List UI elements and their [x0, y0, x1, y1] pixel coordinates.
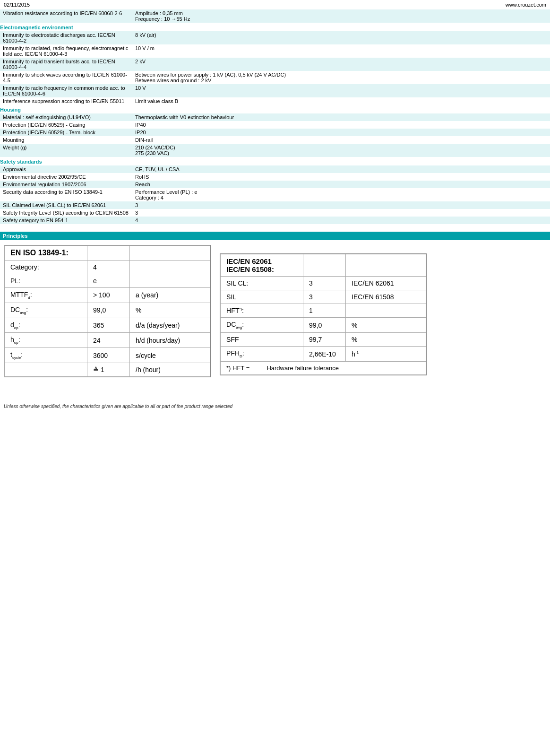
housing-value-5: 210 (24 VAC/DC)275 (230 VAC) [132, 144, 550, 157]
iec-footnote: *) HFT = Hardware failure tolerance [221, 361, 426, 374]
iso-row-6-unit: h/d (hours/day) [130, 333, 210, 348]
iso-table: EN ISO 13849-1: Category: 4 PL: e MTTFd:… [4, 245, 210, 377]
em-value-1: 8 kV (air) [132, 31, 550, 44]
safety-value-7: 4 [132, 217, 550, 224]
iec-row-1-value: 3 [303, 277, 346, 290]
safety-value-4: Performance Level (PL) : eCategory : 4 [132, 188, 550, 201]
iso-row-3-label: MTTFd: [5, 288, 87, 303]
vibration-value: Amplitude : 0,35 mmFrequency : 10 →55 Hz [132, 9, 550, 23]
iso-row-4-value: 99,0 [87, 303, 130, 318]
safety-label: Safety standards [0, 157, 550, 165]
iec-header-col2 [303, 254, 346, 277]
iso-header-col3 [130, 246, 210, 261]
safety-table: Approvals CE, TÜV, UL / CSA Environmenta… [0, 165, 550, 224]
em-value-4: Between wires for power supply : 1 kV (A… [132, 71, 550, 84]
iso-row-4-unit: % [130, 303, 210, 318]
housing-param-2: Protection (IEC/EN 60529) - Casing [0, 121, 132, 129]
iec-row-1-unit: IEC/EN 62061 [346, 277, 426, 290]
housing-param-4: Mounting [0, 136, 132, 144]
electromagnetic-label: Electromagnetic environment [0, 23, 550, 31]
iec-row-5-unit: % [346, 333, 426, 347]
iec-row-4-label: DCavg: [221, 318, 303, 333]
iec-row-6-unit: h-1 [346, 347, 426, 362]
safety-value-2: RoHS [132, 173, 550, 181]
iso-table-header: EN ISO 13849-1: [5, 246, 87, 261]
iso-row-1-value: 4 [87, 261, 130, 274]
housing-value-3: IP20 [132, 129, 550, 136]
housing-value-4: DIN-rail [132, 136, 550, 144]
iso-row-6-label: hop: [5, 333, 87, 348]
housing-param-1: Material : self-extinguishing (UL94VO) [0, 113, 132, 121]
em-value-6: Limit value class B [132, 97, 550, 105]
iec-header-col3 [346, 254, 426, 277]
electromagnetic-table: Immunity to electrostatic discharges acc… [0, 31, 550, 105]
safety-value-6: 3 [132, 209, 550, 217]
housing-value-1: Thermoplastic with V0 extinction behavio… [132, 113, 550, 121]
iso-row-3-value: > 100 [87, 288, 130, 303]
page-date: 02/11/2015 [4, 2, 30, 8]
safety-param-7: Safety category to EN 954-1 [0, 217, 132, 224]
safety-param-3: Environmental regulation 1907/2006 [0, 181, 132, 188]
em-param-5: Immunity to radio frequency in common mo… [0, 84, 132, 97]
iec-table: IEC/EN 62061IEC/EN 61508: SIL CL: 3 IEC/… [220, 254, 426, 375]
iec-row-2-unit: IEC/EN 61508 [346, 290, 426, 304]
em-param-1: Immunity to electrostatic discharges acc… [0, 31, 132, 44]
em-value-2: 10 V / m [132, 44, 550, 58]
iso-row-5-unit: d/a (days/year) [130, 318, 210, 333]
housing-label: Housing [0, 105, 550, 113]
iso-row-5-label: dop: [5, 318, 87, 333]
iso-row-1-label: Category: [5, 261, 87, 274]
iec-row-5-value: 99,7 [303, 333, 346, 347]
em-param-6: Interference suppression according to IE… [0, 97, 132, 105]
iso-header-col2 [87, 246, 130, 261]
safety-param-1: Approvals [0, 165, 132, 173]
iec-row-3-value: 1 [303, 304, 346, 318]
iso-row-2-unit [130, 274, 210, 288]
iso-row-7-label: tcycle: [5, 348, 87, 363]
iec-row-3-unit [346, 304, 426, 318]
safety-value-1: CE, TÜV, UL / CSA [132, 165, 550, 173]
housing-param-3: Protection (IEC/EN 60529) - Term. block [0, 129, 132, 136]
iso-row-5-value: 365 [87, 318, 130, 333]
iso-row-2-label: PL: [5, 274, 87, 288]
em-value-3: 2 kV [132, 58, 550, 71]
iso-row-2-value: e [87, 274, 130, 288]
iec-row-4-value: 99,0 [303, 318, 346, 333]
iso-row-3-unit: a (year) [130, 288, 210, 303]
iso-row-6-value: 24 [87, 333, 130, 348]
em-param-3: Immunity to rapid transient bursts acc. … [0, 58, 132, 71]
safety-value-5: 3 [132, 201, 550, 209]
safety-param-2: Environmental directive 2002/95/CE [0, 173, 132, 181]
iso-row-8-label [5, 363, 87, 376]
iec-row-6-label: PFHD: [221, 347, 303, 362]
iec-row-5-label: SFF [221, 333, 303, 347]
iec-row-2-value: 3 [303, 290, 346, 304]
iso-row-8-unit: /h (hour) [130, 363, 210, 376]
iso-row-4-label: DCavg: [5, 303, 87, 318]
iso-row-1-unit [130, 261, 210, 274]
safety-value-3: Reach [132, 181, 550, 188]
iso-row-7-unit: s/cycle [130, 348, 210, 363]
iso-row-7-value: 3600 [87, 348, 130, 363]
em-param-4: Immunity to shock waves according to IEC… [0, 71, 132, 84]
vibration-table: Vibration resistance according to IEC/EN… [0, 9, 550, 23]
page-website: www.crouzet.com [506, 2, 546, 8]
em-param-2: Immunity to radiated, radio-frequency, e… [0, 44, 132, 58]
principles-label: Principles [0, 232, 550, 240]
iec-row-1-label: SIL CL: [221, 277, 303, 290]
housing-param-5: Weight (g) [0, 144, 132, 157]
iec-table-header: IEC/EN 62061IEC/EN 61508: [221, 254, 303, 277]
footer-note: Unless otherwise specified, the characte… [0, 402, 550, 411]
iec-row-2-label: SIL [221, 290, 303, 304]
iso-row-8-value: ≙ 1 [87, 363, 130, 376]
safety-param-6: Safety Integrity Level (SIL) according t… [0, 209, 132, 217]
vibration-param: Vibration resistance according to IEC/EN… [0, 9, 132, 23]
safety-param-5: SIL Claimed Level (SIL CL) to IEC/EN 620… [0, 201, 132, 209]
safety-param-4: Security data according to EN ISO 13849-… [0, 188, 132, 201]
housing-value-2: IP40 [132, 121, 550, 129]
iec-row-4-unit: % [346, 318, 426, 333]
em-value-5: 10 V [132, 84, 550, 97]
housing-table: Material : self-extinguishing (UL94VO) T… [0, 113, 550, 157]
iec-row-6-value: 2,66E-10 [303, 347, 346, 362]
iec-row-3-label: HFT*): [221, 304, 303, 318]
